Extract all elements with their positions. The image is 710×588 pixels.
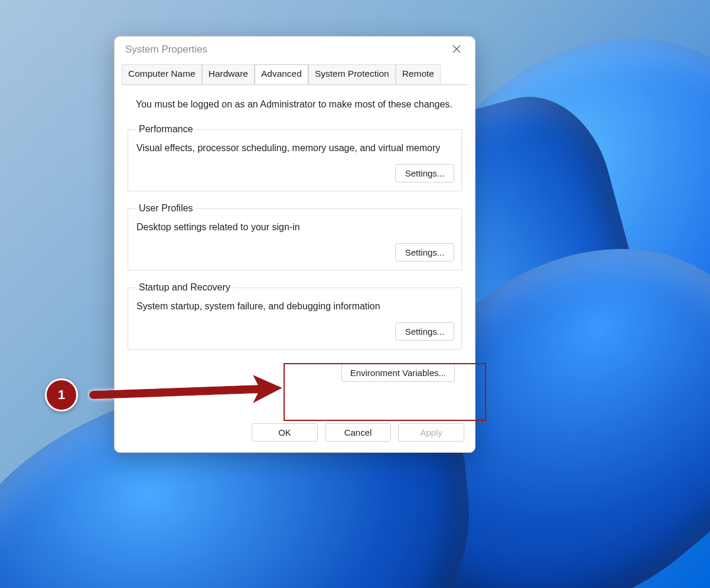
admin-note: You must be logged on as an Administrato… [122,89,468,120]
performance-legend: Performance [136,124,196,135]
startup-desc: System startup, system failure, and debu… [135,299,454,322]
user-profiles-desc: Desktop settings related to your sign-in [135,220,454,243]
tab-remote[interactable]: Remote [396,64,441,84]
tab-hardware[interactable]: Hardware [202,64,255,84]
window-title: System Properties [125,44,207,55]
tab-computer-name[interactable]: Computer Name [122,64,202,84]
performance-desc: Visual effects, processor scheduling, me… [135,141,454,164]
ok-button[interactable]: OK [252,423,318,442]
startup-settings-button[interactable]: Settings... [395,322,454,341]
tab-strip: Computer Name Hardware Advanced System P… [115,64,475,84]
cancel-button[interactable]: Cancel [325,423,391,442]
startup-legend: Startup and Recovery [136,282,233,293]
group-startup-recovery: Startup and Recovery System startup, sys… [128,282,462,349]
performance-settings-button[interactable]: Settings... [395,164,454,182]
user-profiles-settings-button[interactable]: Settings... [395,243,454,262]
tab-panel-advanced: You must be logged on as an Administrato… [122,84,468,411]
tab-advanced[interactable]: Advanced [255,64,308,84]
annotation-highlight-box [284,363,486,421]
titlebar: System Properties [115,37,475,63]
group-user-profiles: User Profiles Desktop settings related t… [128,203,462,270]
dialog-button-row: OK Cancel Apply [115,417,475,452]
tab-system-protection[interactable]: System Protection [308,64,396,84]
close-icon[interactable] [447,41,467,58]
group-performance: Performance Visual effects, processor sc… [128,124,462,191]
apply-button[interactable]: Apply [398,423,464,442]
user-profiles-legend: User Profiles [136,203,196,214]
